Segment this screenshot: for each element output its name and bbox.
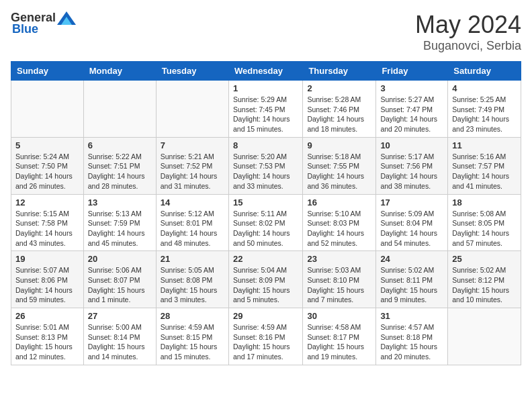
calendar-week-row: 1Sunrise: 5:29 AM Sunset: 7:45 PM Daylig… bbox=[11, 81, 521, 138]
day-info: Sunrise: 5:06 AM Sunset: 8:07 PM Dayligh… bbox=[88, 265, 152, 305]
calendar-week-row: 12Sunrise: 5:15 AM Sunset: 7:58 PM Dayli… bbox=[11, 194, 521, 251]
day-number: 11 bbox=[452, 140, 517, 150]
day-info: Sunrise: 5:17 AM Sunset: 7:56 PM Dayligh… bbox=[380, 152, 443, 191]
day-number: 10 bbox=[380, 140, 443, 150]
day-info: Sunrise: 5:16 AM Sunset: 7:57 PM Dayligh… bbox=[452, 152, 517, 191]
day-number: 23 bbox=[307, 254, 371, 264]
day-info: Sunrise: 5:21 AM Sunset: 7:52 PM Dayligh… bbox=[161, 152, 224, 191]
calendar-day-cell: 11Sunrise: 5:16 AM Sunset: 7:57 PM Dayli… bbox=[448, 137, 521, 194]
calendar-day-cell: 22Sunrise: 5:04 AM Sunset: 8:09 PM Dayli… bbox=[228, 251, 302, 308]
calendar-week-row: 5Sunrise: 5:24 AM Sunset: 7:50 PM Daylig… bbox=[11, 137, 521, 194]
calendar-day-cell: 29Sunrise: 4:59 AM Sunset: 8:16 PM Dayli… bbox=[228, 308, 302, 365]
day-info: Sunrise: 5:03 AM Sunset: 8:10 PM Dayligh… bbox=[307, 265, 371, 305]
day-number: 9 bbox=[307, 140, 371, 150]
calendar-day-cell: 27Sunrise: 5:00 AM Sunset: 8:14 PM Dayli… bbox=[83, 308, 156, 365]
calendar-day-cell: 20Sunrise: 5:06 AM Sunset: 8:07 PM Dayli… bbox=[83, 251, 156, 308]
calendar-day-cell: 15Sunrise: 5:11 AM Sunset: 8:02 PM Dayli… bbox=[228, 194, 302, 251]
weekday-header: Friday bbox=[376, 62, 448, 81]
day-info: Sunrise: 5:05 AM Sunset: 8:08 PM Dayligh… bbox=[161, 265, 224, 305]
day-number: 16 bbox=[307, 197, 371, 208]
day-info: Sunrise: 5:08 AM Sunset: 8:05 PM Dayligh… bbox=[452, 209, 517, 248]
day-number: 20 bbox=[88, 254, 152, 264]
location-title: Buganovci, Serbia bbox=[415, 39, 521, 53]
day-info: Sunrise: 5:15 AM Sunset: 7:58 PM Dayligh… bbox=[15, 209, 79, 248]
calendar-day-cell: 25Sunrise: 5:02 AM Sunset: 8:12 PM Dayli… bbox=[448, 251, 521, 308]
calendar-day-cell: 16Sunrise: 5:10 AM Sunset: 8:03 PM Dayli… bbox=[303, 194, 376, 251]
weekday-header-row: SundayMondayTuesdayWednesdayThursdayFrid… bbox=[11, 62, 521, 81]
calendar-day-cell: 30Sunrise: 4:58 AM Sunset: 8:17 PM Dayli… bbox=[303, 308, 376, 365]
day-info: Sunrise: 5:20 AM Sunset: 7:53 PM Dayligh… bbox=[233, 152, 298, 191]
weekday-header: Thursday bbox=[303, 62, 376, 81]
day-info: Sunrise: 5:12 AM Sunset: 8:01 PM Dayligh… bbox=[161, 209, 224, 248]
day-info: Sunrise: 5:04 AM Sunset: 8:09 PM Dayligh… bbox=[233, 265, 298, 305]
page-header: General Blue May 2024 Buganovci, Serbia bbox=[11, 11, 521, 53]
day-number: 4 bbox=[452, 83, 517, 93]
day-info: Sunrise: 5:24 AM Sunset: 7:50 PM Dayligh… bbox=[15, 152, 79, 191]
day-number: 22 bbox=[233, 254, 298, 264]
day-number: 17 bbox=[380, 197, 443, 208]
day-number: 24 bbox=[380, 254, 443, 264]
day-number: 7 bbox=[161, 140, 224, 150]
day-number: 14 bbox=[161, 197, 224, 208]
calendar-day-cell: 5Sunrise: 5:24 AM Sunset: 7:50 PM Daylig… bbox=[11, 137, 84, 194]
calendar-day-cell bbox=[83, 81, 156, 138]
calendar-day-cell: 13Sunrise: 5:13 AM Sunset: 7:59 PM Dayli… bbox=[83, 194, 156, 251]
calendar-day-cell: 8Sunrise: 5:20 AM Sunset: 7:53 PM Daylig… bbox=[228, 137, 302, 194]
calendar-day-cell: 9Sunrise: 5:18 AM Sunset: 7:55 PM Daylig… bbox=[303, 137, 376, 194]
day-info: Sunrise: 5:10 AM Sunset: 8:03 PM Dayligh… bbox=[307, 209, 371, 248]
day-info: Sunrise: 5:07 AM Sunset: 8:06 PM Dayligh… bbox=[15, 265, 79, 305]
day-info: Sunrise: 5:09 AM Sunset: 8:04 PM Dayligh… bbox=[380, 209, 443, 248]
calendar-day-cell: 1Sunrise: 5:29 AM Sunset: 7:45 PM Daylig… bbox=[228, 81, 302, 138]
day-info: Sunrise: 5:02 AM Sunset: 8:11 PM Dayligh… bbox=[380, 265, 443, 305]
day-info: Sunrise: 5:27 AM Sunset: 7:47 PM Dayligh… bbox=[380, 95, 443, 134]
day-info: Sunrise: 4:59 AM Sunset: 8:15 PM Dayligh… bbox=[161, 322, 224, 362]
calendar-week-row: 19Sunrise: 5:07 AM Sunset: 8:06 PM Dayli… bbox=[11, 251, 521, 308]
weekday-header: Wednesday bbox=[228, 62, 302, 81]
calendar-day-cell: 3Sunrise: 5:27 AM Sunset: 7:47 PM Daylig… bbox=[376, 81, 448, 138]
calendar-day-cell: 26Sunrise: 5:01 AM Sunset: 8:13 PM Dayli… bbox=[11, 308, 84, 365]
day-number: 29 bbox=[233, 311, 298, 321]
calendar-day-cell: 7Sunrise: 5:21 AM Sunset: 7:52 PM Daylig… bbox=[156, 137, 228, 194]
calendar-day-cell: 19Sunrise: 5:07 AM Sunset: 8:06 PM Dayli… bbox=[11, 251, 84, 308]
calendar-day-cell: 21Sunrise: 5:05 AM Sunset: 8:08 PM Dayli… bbox=[156, 251, 228, 308]
day-number: 6 bbox=[88, 140, 152, 150]
weekday-header: Saturday bbox=[448, 62, 521, 81]
calendar-day-cell: 12Sunrise: 5:15 AM Sunset: 7:58 PM Dayli… bbox=[11, 194, 84, 251]
month-title: May 2024 bbox=[415, 11, 521, 39]
day-info: Sunrise: 5:28 AM Sunset: 7:46 PM Dayligh… bbox=[307, 95, 371, 134]
calendar-day-cell: 18Sunrise: 5:08 AM Sunset: 8:05 PM Dayli… bbox=[448, 194, 521, 251]
day-info: Sunrise: 5:00 AM Sunset: 8:14 PM Dayligh… bbox=[88, 322, 152, 362]
logo-icon bbox=[57, 11, 76, 25]
day-number: 3 bbox=[380, 83, 443, 93]
calendar-day-cell: 2Sunrise: 5:28 AM Sunset: 7:46 PM Daylig… bbox=[303, 81, 376, 138]
calendar-day-cell: 14Sunrise: 5:12 AM Sunset: 8:01 PM Dayli… bbox=[156, 194, 228, 251]
day-info: Sunrise: 4:57 AM Sunset: 8:18 PM Dayligh… bbox=[380, 322, 443, 362]
day-number: 26 bbox=[15, 311, 79, 321]
day-number: 8 bbox=[233, 140, 298, 150]
day-info: Sunrise: 5:11 AM Sunset: 8:02 PM Dayligh… bbox=[233, 209, 298, 248]
day-number: 13 bbox=[88, 197, 152, 208]
calendar-day-cell: 6Sunrise: 5:22 AM Sunset: 7:51 PM Daylig… bbox=[83, 137, 156, 194]
day-info: Sunrise: 5:02 AM Sunset: 8:12 PM Dayligh… bbox=[452, 265, 517, 305]
calendar-week-row: 26Sunrise: 5:01 AM Sunset: 8:13 PM Dayli… bbox=[11, 308, 521, 365]
day-info: Sunrise: 5:25 AM Sunset: 7:49 PM Dayligh… bbox=[452, 95, 517, 134]
day-number: 25 bbox=[452, 254, 517, 264]
day-number: 27 bbox=[88, 311, 152, 321]
calendar-day-cell: 4Sunrise: 5:25 AM Sunset: 7:49 PM Daylig… bbox=[448, 81, 521, 138]
day-info: Sunrise: 5:22 AM Sunset: 7:51 PM Dayligh… bbox=[88, 152, 152, 191]
calendar-table: SundayMondayTuesdayWednesdayThursdayFrid… bbox=[11, 61, 521, 365]
day-number: 18 bbox=[452, 197, 517, 208]
day-number: 12 bbox=[15, 197, 79, 208]
day-number: 31 bbox=[380, 311, 443, 321]
day-info: Sunrise: 5:29 AM Sunset: 7:45 PM Dayligh… bbox=[233, 95, 298, 134]
weekday-header: Tuesday bbox=[156, 62, 228, 81]
logo-blue: Blue bbox=[12, 22, 38, 36]
calendar-day-cell: 17Sunrise: 5:09 AM Sunset: 8:04 PM Dayli… bbox=[376, 194, 448, 251]
day-number: 30 bbox=[307, 311, 371, 321]
day-info: Sunrise: 4:59 AM Sunset: 8:16 PM Dayligh… bbox=[233, 322, 298, 362]
calendar-day-cell: 23Sunrise: 5:03 AM Sunset: 8:10 PM Dayli… bbox=[303, 251, 376, 308]
day-info: Sunrise: 5:13 AM Sunset: 7:59 PM Dayligh… bbox=[88, 209, 152, 248]
calendar-day-cell: 24Sunrise: 5:02 AM Sunset: 8:11 PM Dayli… bbox=[376, 251, 448, 308]
day-number: 28 bbox=[161, 311, 224, 321]
logo: General Blue bbox=[11, 11, 76, 36]
